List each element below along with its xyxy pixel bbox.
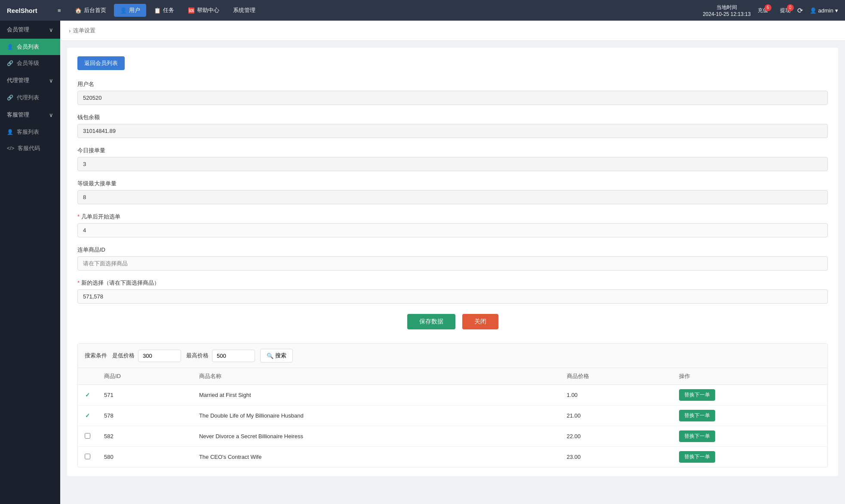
table-header: 商品ID 商品名称 商品价格 操作 (78, 368, 827, 385)
user-icon: 👤 (7, 44, 13, 50)
product-table: 商品ID 商品名称 商品价格 操作 ✓ 571 Married at First… (78, 368, 827, 467)
search-button[interactable]: 🔍 搜索 (260, 349, 293, 363)
cell-product-price: 23.00 (560, 447, 672, 467)
input-username[interactable] (77, 91, 828, 105)
cell-action: 替换下一单 (672, 385, 827, 406)
replace-button[interactable]: 替换下一单 (679, 410, 715, 421)
col-check (78, 368, 97, 385)
col-product-id: 商品ID (97, 368, 192, 385)
input-start-after[interactable] (77, 223, 828, 237)
input-balance[interactable] (77, 124, 828, 138)
col-product-price: 商品价格 (560, 368, 672, 385)
sidebar-group-customer-label: 客服管理 (7, 111, 29, 119)
sidebar-group-member[interactable]: 会员管理 ∨ (0, 21, 60, 39)
min-price-input[interactable] (138, 350, 181, 362)
link-icon: 🔗 (7, 60, 13, 66)
max-price-input[interactable] (212, 350, 255, 362)
sidebar-group-customer[interactable]: 客服管理 ∨ (0, 106, 60, 124)
sidebar-item-customer-code[interactable]: </> 客服代码 (0, 140, 60, 157)
table-row: ✓ 571 Married at First Sight 1.00 替换下一单 (78, 385, 827, 406)
cell-product-price: 1.00 (560, 385, 672, 406)
search-icon: 🔍 (267, 353, 273, 359)
form-group-balance: 钱包余额 (77, 114, 828, 138)
code-icon: </> (7, 145, 14, 151)
min-price-group: 是低价格 (112, 350, 181, 362)
nav-system[interactable]: 系统管理 (227, 4, 261, 17)
search-condition-label: 搜索条件 (85, 352, 107, 360)
nav-menu[interactable]: ≡ (52, 4, 67, 17)
time-value: 2024-10-25 12:13:13 (703, 11, 750, 17)
withdraw-badge: 0 (787, 4, 794, 11)
label-start-after: 几单后开始选单 (77, 213, 828, 221)
cell-product-name: The Double Life of My Billionaire Husban… (192, 406, 560, 426)
cell-product-name: Never Divorce a Secret Billionaire Heire… (192, 426, 560, 447)
table-row: ✓ 578 The Double Life of My Billionaire … (78, 406, 827, 426)
close-button[interactable]: 关闭 (462, 314, 498, 329)
time-label: 当地时间 (703, 4, 750, 11)
nav-home[interactable]: 🏠 后台首页 (69, 4, 112, 17)
cell-product-name: Married at First Sight (192, 385, 560, 406)
sidebar: 会员管理 ∨ 👤 会员列表 🔗 会员等级 代理管理 ∨ 🔗 代理列表 客服管理 … (0, 21, 60, 504)
form-group-username: 用户名 (77, 80, 828, 105)
cell-action: 替换下一单 (672, 426, 827, 447)
cell-product-name: The CEO's Contract Wife (192, 447, 560, 467)
sidebar-group-member-label: 会员管理 (7, 26, 29, 34)
back-button[interactable]: 返回会员列表 (77, 56, 125, 70)
check-icon: ✓ (85, 392, 90, 398)
refresh-button[interactable]: ⟳ (797, 6, 803, 15)
col-product-name: 商品名称 (192, 368, 560, 385)
admin-button[interactable]: 👤 admin ▾ (810, 7, 838, 14)
save-button[interactable]: 保存数据 (407, 314, 455, 329)
row-checkbox[interactable] (85, 433, 90, 439)
table-body: ✓ 571 Married at First Sight 1.00 替换下一单 … (78, 385, 827, 467)
form-group-start-after: 几单后开始选单 (77, 213, 828, 237)
min-price-label: 是低价格 (112, 352, 135, 360)
replace-button[interactable]: 替换下一单 (679, 430, 715, 442)
admin-label: admin (818, 7, 833, 14)
withdraw-item[interactable]: 提现 0 (780, 7, 790, 14)
cell-product-id: 582 (97, 426, 192, 447)
sidebar-item-customer-list[interactable]: 👤 客服列表 (0, 124, 60, 140)
recharge-badge: 6 (765, 4, 771, 11)
label-balance: 钱包余额 (77, 114, 828, 121)
replace-button[interactable]: 替换下一单 (679, 451, 715, 463)
cell-product-id: 580 (97, 447, 192, 467)
check-icon: ✓ (85, 412, 90, 419)
row-checkbox[interactable] (85, 454, 90, 459)
sidebar-item-member-level-label: 会员等级 (17, 59, 39, 67)
table-row: 582 Never Divorce a Secret Billionaire H… (78, 426, 827, 447)
cell-product-price: 21.00 (560, 406, 672, 426)
breadcrumb-arrow: › (69, 28, 71, 34)
nav-users[interactable]: 👤 用户 (114, 4, 146, 17)
sidebar-item-agent-list[interactable]: 🔗 代理列表 (0, 89, 60, 106)
logo: ReelShort (7, 7, 41, 14)
cell-product-id: 571 (97, 385, 192, 406)
cell-product-id: 578 (97, 406, 192, 426)
input-product-id[interactable] (77, 256, 828, 270)
sidebar-group-agent[interactable]: 代理管理 ∨ (0, 71, 60, 89)
search-section: 搜索条件 是低价格 最高价格 🔍 搜索 (77, 343, 828, 467)
sidebar-item-agent-list-label: 代理列表 (17, 94, 39, 101)
recharge-item[interactable]: 充值 6 (758, 7, 768, 14)
form-group-product-id: 连单商品ID (77, 246, 828, 270)
input-max-orders[interactable] (77, 190, 828, 204)
time-info: 当地时间 2024-10-25 12:13:13 (703, 4, 750, 17)
sidebar-item-customer-list-label: 客服列表 (17, 128, 39, 136)
nav-help[interactable]: 🆘 帮助中心 (182, 4, 225, 17)
sidebar-item-member-list[interactable]: 👤 会员列表 (0, 39, 60, 55)
sidebar-item-member-level[interactable]: 🔗 会员等级 (0, 55, 60, 71)
input-new-selection[interactable] (77, 289, 828, 304)
col-action: 操作 (672, 368, 827, 385)
content-area: › 连单设置 返回会员列表 用户名 钱包余额 今日接单量 等级最 (60, 21, 845, 504)
button-row: 保存数据 关闭 (77, 314, 828, 329)
label-max-orders: 等级最大接单量 (77, 180, 828, 187)
sidebar-item-customer-code-label: 客服代码 (18, 144, 40, 152)
chevron-down-icon-2: ∨ (49, 77, 53, 84)
search-button-label: 搜索 (275, 352, 286, 360)
nav-tasks[interactable]: 📋 任务 (148, 4, 180, 17)
cell-action: 替换下一单 (672, 406, 827, 426)
replace-button[interactable]: 替换下一单 (679, 389, 715, 401)
form-group-today-orders: 今日接单量 (77, 147, 828, 171)
max-price-label: 最高价格 (186, 352, 209, 360)
input-today-orders[interactable] (77, 157, 828, 171)
